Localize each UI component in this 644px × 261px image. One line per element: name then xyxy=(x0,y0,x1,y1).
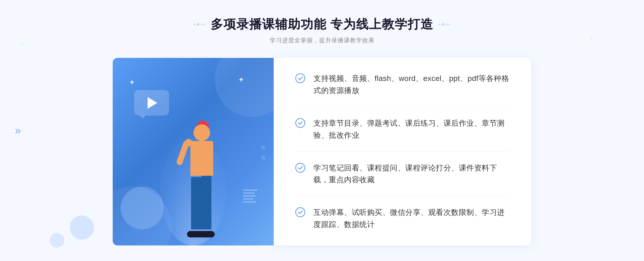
feature-item-3: 学习笔记回看、课程提问、课程评论打分、课件资料下载，重点内容收藏 xyxy=(295,162,510,186)
main-content: for(let i=0;i<36;i++) document.currentSc… xyxy=(113,58,531,245)
page-container: for(let i=0;i<80;i++) document.currentSc… xyxy=(0,0,644,261)
person-leg-left xyxy=(191,177,201,229)
bottom-deco-circle-tiny xyxy=(50,233,64,248)
play-icon xyxy=(148,97,157,109)
feature-item-4: 互动弹幕、试听购买、微信分享、观看次数限制、学习进度跟踪、数据统计 xyxy=(295,207,510,231)
dot-pattern-right: for(let i=0;i<30;i++) document.currentSc… xyxy=(591,38,623,64)
feature-text-4: 互动弹幕、试听购买、微信分享、观看次数限制、学习进度跟踪、数据统计 xyxy=(313,207,510,231)
feature-text-2: 支持章节目录、弹题考试、课后练习、课后作业、章节测验、批改作业 xyxy=(313,117,510,141)
chevron-left-icon: » xyxy=(15,124,21,137)
illustration-panel: for(let i=0;i<36;i++) document.currentSc… xyxy=(113,58,274,245)
check-icon-2 xyxy=(295,118,305,128)
illus-chevron-icon: « « xyxy=(261,143,266,161)
feature-divider-3 xyxy=(295,196,510,196)
feature-item-2: 支持章节目录、弹题考试、课后练习、课后作业、章节测验、批改作业 xyxy=(295,117,510,141)
check-icon-3 xyxy=(295,163,305,173)
person-figure xyxy=(159,106,245,245)
deco-circle-large xyxy=(121,187,164,229)
feature-text-1: 支持视频、音频、flash、word、excel、ppt、pdf等各种格式的资源… xyxy=(313,73,510,97)
page-subtitle: 学习进度全掌握，提升录播课教学效果 xyxy=(194,36,451,44)
feature-panel: 支持视频、音频、flash、word、excel、ppt、pdf等各种格式的资源… xyxy=(274,58,531,245)
svg-point-3 xyxy=(296,208,305,217)
deco-stripes xyxy=(243,189,258,203)
feature-item-1: 支持视频、音频、flash、word、excel、ppt、pdf等各种格式的资源… xyxy=(295,73,510,97)
header: 多项录播课辅助功能 专为线上教学打造 学习进度全掌握，提升录播课教学效果 xyxy=(194,16,451,44)
header-deco-right xyxy=(439,23,450,26)
svg-point-1 xyxy=(296,118,305,128)
bottom-deco-circle-small xyxy=(70,215,94,240)
svg-point-0 xyxy=(296,74,305,83)
sparkle-icon-2: ✦ xyxy=(238,75,244,84)
person-arm-left xyxy=(176,140,190,166)
check-icon-1 xyxy=(295,73,305,83)
feature-divider-2 xyxy=(295,151,510,152)
sparkle-icon-1: ✦ xyxy=(129,78,135,87)
page-title: 多项录播课辅助功能 专为线上教学打造 xyxy=(211,16,434,33)
person-head xyxy=(193,124,210,141)
person-shoe-right xyxy=(201,231,215,237)
person-shoe-left xyxy=(187,231,201,237)
person-leg-right xyxy=(201,176,211,229)
check-icon-4 xyxy=(295,207,305,217)
svg-point-2 xyxy=(296,163,305,172)
feature-divider-1 xyxy=(295,107,510,107)
dot-pattern-left: for(let i=0;i<80;i++) document.currentSc… xyxy=(21,43,76,86)
feature-text-3: 学习笔记回看、课程提问、课程评论打分、课件资料下载，重点内容收藏 xyxy=(313,162,510,186)
header-deco-left xyxy=(194,23,205,26)
